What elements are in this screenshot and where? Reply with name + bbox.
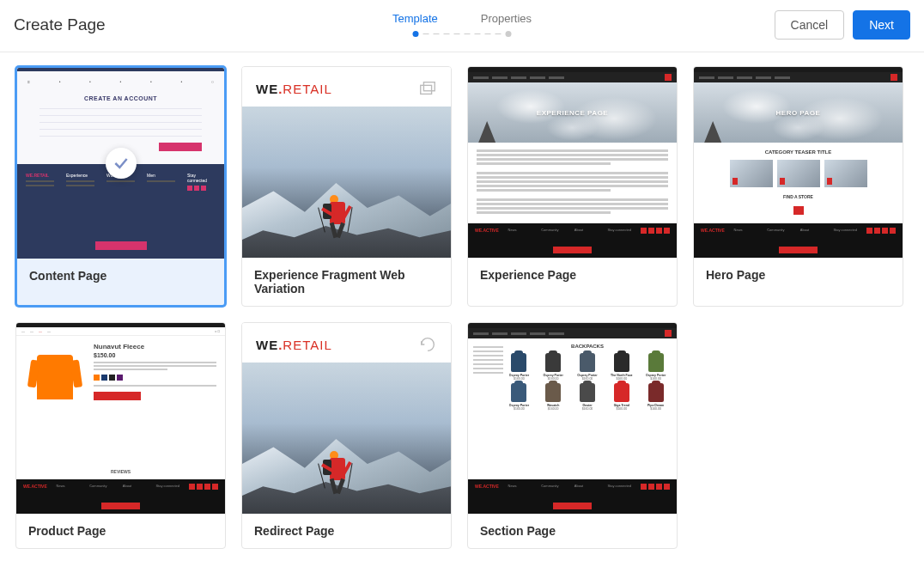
svg-rect-0 <box>421 85 432 94</box>
we-retail-logo: WE.RETAIL <box>256 82 332 96</box>
next-button[interactable]: Next <box>853 10 910 40</box>
thumb-section-title: BACKPACKS <box>503 344 672 349</box>
template-thumbnail: ————○ □ Nunavut Fleece $150.00 REVIEWS W… <box>16 323 225 514</box>
template-thumbnail: WE.RETAIL <box>242 323 451 514</box>
header-actions: Cancel Next <box>775 10 910 40</box>
dash-icon <box>454 34 460 34</box>
thumb-product-name: Nunavut Fleece <box>94 343 216 350</box>
dash-icon <box>434 34 440 34</box>
redirect-icon <box>418 335 437 354</box>
step-template[interactable]: Template <box>392 12 438 25</box>
dot-icon <box>413 31 419 37</box>
thumb-category-title: CATEGORY TEASER TITLE <box>765 149 832 155</box>
thumb-reviews-label: REVIEWS <box>16 464 225 479</box>
template-card-redirect-page[interactable]: WE.RETAIL Redirect Page <box>241 322 452 549</box>
template-thumbnail: EXPERIENCE PAGE WE.ACTIVE News Community… <box>468 67 677 258</box>
cancel-button[interactable]: Cancel <box>775 10 845 40</box>
step-properties-label: Properties <box>481 12 532 25</box>
template-label: Experience Page <box>468 258 677 292</box>
thumb-store-label: FIND A STORE <box>783 194 813 199</box>
template-card-hero-page[interactable]: HERO PAGE CATEGORY TEASER TITLE FIND A S… <box>693 66 903 307</box>
template-card-product-page[interactable]: ————○ □ Nunavut Fleece $150.00 REVIEWS W… <box>15 322 226 549</box>
dash-icon <box>465 34 471 34</box>
step-progress-dots <box>413 31 512 37</box>
template-thumbnail: WE.RETAIL <box>242 67 451 258</box>
template-card-content-page[interactable]: ≡•••••○ CREATE AN ACCOUNT WE.RETAIL Expe… <box>15 66 226 307</box>
dash-icon <box>485 34 491 34</box>
template-label: Redirect Page <box>242 514 451 548</box>
template-grid: ≡•••••○ CREATE AN ACCOUNT WE.RETAIL Expe… <box>0 52 924 563</box>
we-retail-logo: WE.RETAIL <box>256 338 332 352</box>
dash-icon <box>475 34 481 34</box>
wizard-header: Create Page Template Properties Cancel N… <box>0 0 924 52</box>
template-thumbnail: ≡•••••○ CREATE AN ACCOUNT WE.RETAIL Expe… <box>17 68 224 259</box>
template-card-section-page[interactable]: BACKPACKS Osprey Porter$160.00 Osprey Po… <box>467 322 678 549</box>
template-label: Product Page <box>16 514 225 548</box>
svg-rect-1 <box>423 82 435 91</box>
template-label: Experience Fragment Web Variation <box>242 258 451 306</box>
template-label: Content Page <box>17 259 224 293</box>
template-thumbnail: BACKPACKS Osprey Porter$160.00 Osprey Po… <box>468 323 677 514</box>
thumb-product-price: $150.00 <box>94 352 216 358</box>
dash-icon <box>495 34 502 34</box>
step-properties: Properties <box>481 12 532 25</box>
dash-icon <box>444 34 450 34</box>
step-template-label: Template <box>392 12 438 25</box>
selected-checkmark-icon <box>106 148 137 179</box>
dot-icon <box>506 31 512 37</box>
dash-icon <box>423 34 429 34</box>
template-card-experience-page[interactable]: EXPERIENCE PAGE WE.ACTIVE News Community… <box>467 66 678 307</box>
template-card-experience-fragment[interactable]: WE.RETAIL Experience Fragment Web Variat… <box>241 66 452 307</box>
template-label: Section Page <box>468 514 677 548</box>
template-thumbnail: HERO PAGE CATEGORY TEASER TITLE FIND A S… <box>694 67 903 258</box>
fragment-icon <box>418 79 437 98</box>
template-label: Hero Page <box>694 258 903 292</box>
page-title: Create Page <box>14 15 106 34</box>
thumb-form-title: CREATE AN ACCOUNT <box>22 95 219 101</box>
wizard-steps: Template Properties <box>392 12 532 25</box>
